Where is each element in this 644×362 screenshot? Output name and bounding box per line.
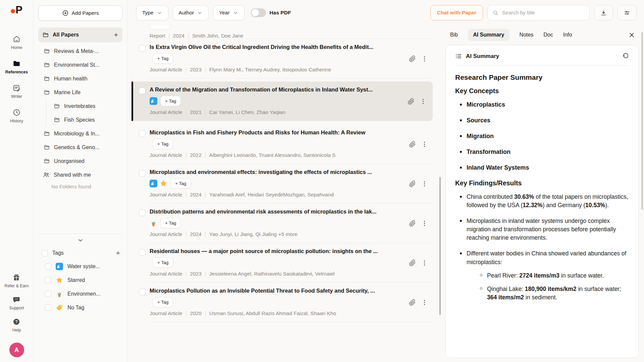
folder-item[interactable]: Unorganised: [38, 154, 122, 168]
paper-authors: Yao Junyi, Li Jiang, Qi Jialing +5 more: [209, 231, 298, 237]
filter-type[interactable]: Type: [136, 5, 168, 20]
add-folder-icon[interactable]: [113, 32, 119, 38]
paperclip-icon[interactable]: [409, 55, 416, 62]
nav-refer-earn[interactable]: Refer & Earn: [4, 274, 29, 288]
paper-row[interactable]: Residential houses — a major point sourc…: [127, 243, 438, 283]
tag-item[interactable]: No Tag: [38, 301, 122, 314]
paperclip-icon[interactable]: [409, 141, 416, 148]
view-options-button[interactable]: [618, 5, 637, 20]
nav-home[interactable]: Home: [5, 35, 28, 50]
add-tag-button[interactable]: + Tag: [153, 257, 173, 268]
kebab-menu-icon[interactable]: [421, 299, 428, 306]
tab-bib[interactable]: Bib: [450, 32, 458, 38]
regenerate-icon[interactable]: [622, 53, 629, 60]
add-tag-button[interactable]: + Tag: [153, 139, 173, 149]
paperclip-icon[interactable]: [409, 180, 416, 187]
panel-scrollbar[interactable]: [641, 32, 643, 210]
tag-checkbox[interactable]: [45, 291, 51, 297]
collapse-tags-icon[interactable]: [77, 237, 84, 244]
bullet-text: Sources: [467, 116, 629, 125]
row-checkbox[interactable]: [139, 249, 146, 256]
nav-support[interactable]: Support: [9, 296, 24, 310]
add-tag-icon[interactable]: [115, 250, 121, 256]
folder-item[interactable]: Fish Species: [46, 113, 122, 127]
paper-type: Journal Article: [150, 67, 182, 73]
add-tag-button[interactable]: + Tag: [170, 178, 191, 189]
paperclip-icon[interactable]: [409, 259, 416, 266]
tab-doc[interactable]: Doc: [543, 32, 553, 38]
paperclip-icon[interactable]: [408, 98, 415, 105]
row-checkbox[interactable]: [139, 289, 146, 295]
filter-author[interactable]: Author: [173, 5, 209, 20]
paper-row-partial[interactable]: Report2024Smith John, Doe Jane: [127, 25, 438, 39]
folder-item[interactable]: Genetics & Geno...: [38, 140, 122, 154]
tag-checkbox[interactable]: [45, 304, 51, 311]
paper-row[interactable]: Microplastics in Fish and Fishery Produc…: [127, 124, 438, 164]
nav-history[interactable]: History: [5, 108, 28, 123]
summary-bullet: Sources: [455, 116, 629, 125]
kebab-menu-icon[interactable]: [421, 180, 428, 187]
tab-notes[interactable]: Notes: [520, 32, 534, 38]
paperclip-icon[interactable]: [409, 220, 416, 227]
paper-list: Report2024Smith John, Doe Jane Is Extra …: [127, 25, 443, 362]
nav-references[interactable]: References: [5, 59, 28, 74]
paper-row[interactable]: Microplastics Pollution as an Invisible …: [127, 283, 438, 322]
folder-sidebar: Add Papers All Papers Reviews & Meta-...…: [34, 0, 127, 362]
filter-year[interactable]: Year: [213, 5, 244, 20]
folder-item[interactable]: Invertebrates: [46, 99, 122, 113]
list-scrollbar[interactable]: [439, 177, 441, 315]
row-checkbox[interactable]: [139, 87, 146, 94]
folder-item[interactable]: Marine Life: [38, 85, 122, 99]
wave-icon: [150, 97, 157, 105]
tab-ai-summary[interactable]: AI Summary: [468, 29, 509, 41]
tag-label: No Tag: [67, 305, 84, 311]
tab-info[interactable]: Info: [563, 32, 572, 38]
row-checkbox[interactable]: [139, 45, 146, 52]
export-button[interactable]: [594, 5, 613, 20]
folder-item[interactable]: Microbiology & In...: [38, 127, 122, 140]
kebab-menu-icon[interactable]: [420, 98, 427, 105]
sidebar-item-shared-with-me[interactable]: Shared with me: [38, 168, 122, 182]
has-pdf-toggle[interactable]: [251, 8, 266, 17]
row-checkbox[interactable]: [139, 130, 146, 137]
add-tag-button[interactable]: [150, 25, 170, 30]
folder-icon: [54, 103, 60, 109]
paper-type: Report: [150, 33, 165, 39]
add-tag-button[interactable]: + Tag: [160, 218, 181, 228]
paper-row[interactable]: Microplastics and environmental effects:…: [127, 164, 438, 203]
row-checkbox[interactable]: [139, 209, 146, 216]
folder-item[interactable]: Human health: [38, 72, 122, 85]
app-logo[interactable]: P: [11, 5, 22, 15]
add-tag-button[interactable]: + Tag: [153, 53, 173, 64]
folder-item[interactable]: Environmental St...: [38, 58, 122, 72]
tag-checkbox[interactable]: [45, 277, 51, 283]
tag-item[interactable]: Starred: [38, 273, 122, 287]
paper-row[interactable]: Distribution patterns and environmental …: [127, 203, 438, 243]
row-checkbox[interactable]: [139, 170, 146, 177]
kebab-menu-icon[interactable]: [421, 259, 428, 266]
tag-item[interactable]: Environmen...: [38, 287, 122, 301]
kebab-menu-icon[interactable]: [421, 55, 428, 62]
close-panel-icon[interactable]: [628, 32, 635, 39]
tags-select-all-checkbox[interactable]: [42, 250, 48, 256]
paper-row[interactable]: A Review of the Migration and Transforma…: [131, 81, 433, 121]
nav-help[interactable]: ? Help: [12, 318, 21, 333]
tag-icon: [56, 304, 63, 311]
avatar[interactable]: A: [9, 343, 24, 357]
paper-row[interactable]: Is Extra Virgin Olive Oil the Critical I…: [127, 39, 438, 78]
search-input[interactable]: [502, 10, 585, 16]
sidebar-item-all-papers[interactable]: All Papers: [38, 27, 122, 42]
kebab-menu-icon[interactable]: [421, 141, 428, 148]
add-tag-button[interactable]: + Tag: [160, 96, 181, 106]
summary-body: Research Paper Summary Key ConceptsMicro…: [455, 73, 629, 314]
tag-item[interactable]: Water syste...: [38, 259, 122, 273]
folder-item[interactable]: Reviews & Meta-...: [38, 44, 122, 58]
kebab-menu-icon[interactable]: [421, 220, 428, 227]
paperclip-icon[interactable]: [409, 299, 416, 306]
search-box[interactable]: [487, 5, 590, 20]
tag-checkbox[interactable]: [45, 263, 51, 269]
chat-with-paper-button[interactable]: Chat with Paper: [430, 5, 483, 20]
add-tag-button[interactable]: + Tag: [153, 297, 173, 307]
add-papers-button[interactable]: Add Papers: [38, 5, 122, 21]
nav-writer[interactable]: Writer: [5, 84, 28, 99]
